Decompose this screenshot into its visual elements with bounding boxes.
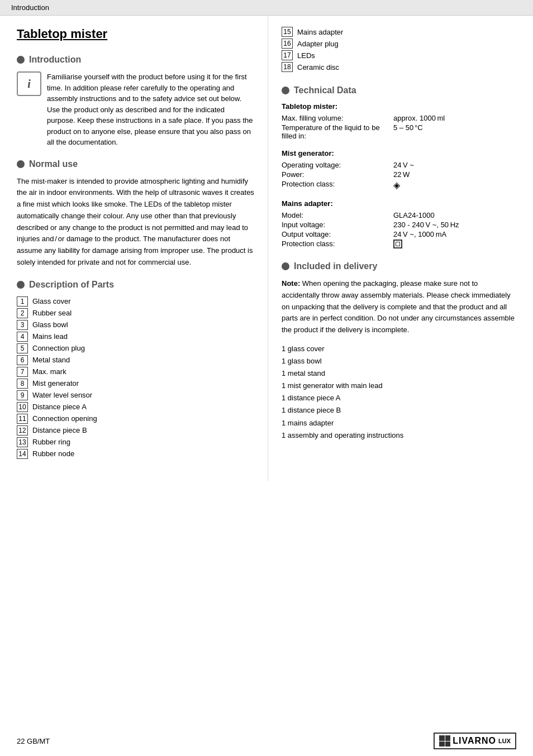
introduction-title: Introduction xyxy=(29,55,81,65)
part-label: Mains adapter xyxy=(297,28,343,36)
tech-mains-rows: Model:GLA24-1000Input voltage:230 - 240 … xyxy=(282,211,516,250)
parts-heading: Description of Parts xyxy=(17,280,254,290)
list-item: 1 glass cover xyxy=(282,343,516,355)
list-item: 2Rubber seal xyxy=(17,308,254,318)
delivery-title: Included in delivery xyxy=(294,261,377,271)
tech-mains: Mains adapter: Model:GLA24-1000Input vol… xyxy=(282,199,516,250)
list-item: 13Rubber ring xyxy=(17,437,254,447)
part-label: Max. mark xyxy=(32,367,66,376)
tech-tabletop: Tabletop mister: Max. filling volume:app… xyxy=(282,102,516,140)
list-item: 18Ceramic disc xyxy=(282,62,516,72)
technical-data-title: Technical Data xyxy=(294,85,356,95)
logo-suffix: LUX xyxy=(498,738,511,744)
part-label: Glass cover xyxy=(32,297,71,305)
list-item: 3Glass bowl xyxy=(17,320,254,330)
part-number: 4 xyxy=(17,332,28,342)
part-label: Adapter plug xyxy=(297,40,339,48)
part-label: Mist generator xyxy=(32,379,79,387)
part-label: Ceramic disc xyxy=(297,63,339,71)
tech-row: Input voltage:230 - 240 V ~, 50 Hz xyxy=(282,221,516,229)
page: Introduction Tabletop mister Introductio… xyxy=(0,0,533,756)
introduction-text: Familiarise yourself with the product be… xyxy=(47,71,254,148)
footer: 22 GB/MT LIVARNO LUX xyxy=(0,733,533,749)
tech-mist: Mist generator: Operating voltage:24 V ~… xyxy=(282,149,516,190)
continued-parts-list: 15Mains adapter16Adapter plug17LEDs18Cer… xyxy=(282,27,516,72)
bullet-icon-2 xyxy=(17,160,25,168)
list-item: 17LEDs xyxy=(282,50,516,60)
tech-row-value: 24 V ~, 1000 mA xyxy=(393,230,516,238)
tech-row-label: Power: xyxy=(282,170,393,179)
part-label: Rubber ring xyxy=(32,438,70,446)
list-item: 6Metal stand xyxy=(17,355,254,365)
bullet-icon xyxy=(17,56,25,64)
tech-tabletop-heading: Tabletop mister: xyxy=(282,102,516,111)
tech-row-label: Temperature of the liquid to be filled i… xyxy=(282,123,393,140)
logo-grid-icon xyxy=(439,735,450,747)
part-number: 16 xyxy=(282,39,293,49)
bullet-icon-4 xyxy=(282,87,289,94)
section-introduction: Introduction i Familiarise yourself with… xyxy=(17,55,254,148)
list-item: 1 metal stand xyxy=(282,367,516,380)
list-item: 5Connection plug xyxy=(17,343,254,353)
logo-grid-cell-1 xyxy=(439,735,445,741)
part-number: 6 xyxy=(17,355,28,365)
left-column: Tabletop mister Introduction i Familiari… xyxy=(0,16,268,481)
part-number: 5 xyxy=(17,343,28,353)
top-bar-text: Introduction xyxy=(11,3,49,12)
right-column: 15Mains adapter16Adapter plug17LEDs18Cer… xyxy=(268,16,533,481)
list-item: 1 glass bowl xyxy=(282,355,516,367)
tech-row-label: Protection class: xyxy=(282,180,393,190)
list-item: 1 mains adapter xyxy=(282,417,516,429)
delivery-note: Note: When opening the packaging, please… xyxy=(282,278,516,336)
delivery-heading: Included in delivery xyxy=(282,261,516,271)
content-area: Tabletop mister Introduction i Familiari… xyxy=(0,16,533,481)
part-number: 3 xyxy=(17,320,28,330)
bullet-icon-3 xyxy=(17,281,25,289)
tech-row-value: 22 W xyxy=(393,170,516,179)
part-number: 9 xyxy=(17,390,28,400)
part-number: 11 xyxy=(17,414,28,424)
tech-row: Model:GLA24-1000 xyxy=(282,211,516,219)
parts-list: 1Glass cover2Rubber seal3Glass bowl4Main… xyxy=(17,296,254,459)
part-label: Glass bowl xyxy=(32,320,68,329)
part-label: Mains lead xyxy=(32,332,68,341)
logo-grid-cell-4 xyxy=(445,741,451,747)
part-label: LEDs xyxy=(297,51,315,60)
tech-row-value: ◈ xyxy=(393,180,516,190)
tech-row-value: approx. 1000 ml xyxy=(393,114,516,122)
delivery-items-list: 1 glass cover1 glass bowl1 metal stand1 … xyxy=(282,343,516,442)
part-label: Connection plug xyxy=(32,344,85,352)
section-normal-use: Normal use The mist-maker is intended to… xyxy=(17,159,254,269)
tech-row-value xyxy=(393,240,516,250)
list-item: 4Mains lead xyxy=(17,332,254,342)
logo: LIVARNO LUX xyxy=(434,733,516,749)
tech-row-value: GLA24-1000 xyxy=(393,211,516,219)
list-item: 15Mains adapter xyxy=(282,27,516,37)
tech-row: Output voltage:24 V ~, 1000 mA xyxy=(282,230,516,238)
tech-row: Temperature of the liquid to be filled i… xyxy=(282,123,516,140)
part-number: 7 xyxy=(17,367,28,377)
tech-row-value: 5 – 50 °C xyxy=(393,123,516,140)
tech-row: Protection class:◈ xyxy=(282,180,516,190)
tech-row-label: Output voltage: xyxy=(282,230,393,238)
tech-row: Protection class: xyxy=(282,240,516,250)
part-label: Distance piece B xyxy=(32,426,87,434)
tech-mains-heading: Mains adapter: xyxy=(282,199,516,208)
list-item: 11Connection opening xyxy=(17,414,254,424)
part-number: 17 xyxy=(282,50,293,60)
tech-row: Power:22 W xyxy=(282,170,516,179)
part-label: Metal stand xyxy=(32,356,70,364)
list-item: 12Distance piece B xyxy=(17,425,254,436)
list-item: 10Distance piece A xyxy=(17,402,254,412)
info-box: i Familiarise yourself with the product … xyxy=(17,71,254,148)
section-technical-data: Technical Data Tabletop mister: Max. fil… xyxy=(282,85,516,250)
logo-grid-cell-3 xyxy=(439,741,445,747)
part-label: Rubber node xyxy=(32,449,74,458)
list-item: 1Glass cover xyxy=(17,296,254,307)
list-item: 1 mist generator with main lead xyxy=(282,380,516,392)
section-delivery: Included in delivery Note: When opening … xyxy=(282,261,516,442)
parts-title: Description of Parts xyxy=(29,280,114,290)
part-label: Rubber seal xyxy=(32,309,72,317)
part-number: 10 xyxy=(17,402,28,412)
part-number: 2 xyxy=(17,308,28,318)
